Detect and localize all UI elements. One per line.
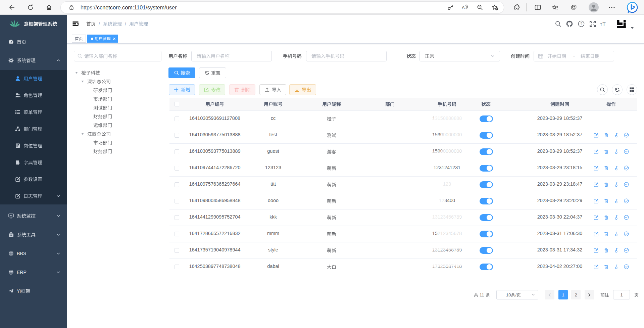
svg-text:T: T	[600, 22, 602, 27]
svg-text:T: T	[602, 21, 606, 27]
svg-text:A: A	[462, 5, 465, 10]
svg-text:?: ?	[580, 22, 582, 26]
